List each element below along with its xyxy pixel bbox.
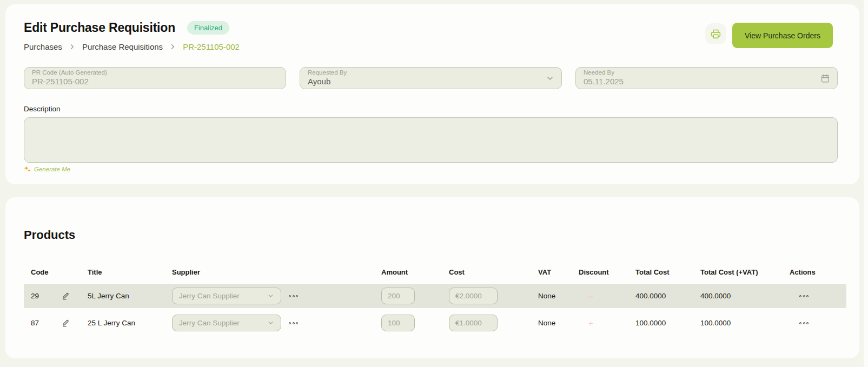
amount-input[interactable]: 100: [381, 315, 415, 331]
product-supplier-cell: Jerry Can Supplier: [172, 315, 381, 331]
description-input[interactable]: [24, 117, 838, 163]
product-actions-cell: [790, 322, 846, 324]
product-code-cell: 87: [24, 319, 88, 327]
title-row: Edit Purchase Requisition Finalized: [24, 21, 229, 35]
sparkle-icon: [24, 165, 31, 172]
product-vat: None: [538, 319, 579, 327]
product-code-cell: 29: [24, 292, 88, 300]
product-vat: None: [538, 292, 579, 300]
pr-code-field: PR Code (Auto Generated) PR-251105-002: [24, 67, 286, 89]
breadcrumb-current: PR-251105-002: [183, 42, 240, 51]
column-header-cost: Cost: [449, 268, 538, 276]
table-header-row: Code Title Supplier Amount Cost VAT Disc…: [24, 263, 846, 281]
products-table: Code Title Supplier Amount Cost VAT Disc…: [24, 263, 846, 338]
chevron-right-icon: [69, 44, 75, 50]
needed-by-value: 05.11.2025: [584, 77, 830, 87]
row-actions-button[interactable]: [799, 295, 846, 297]
requested-by-select[interactable]: Requested By Ayoub: [300, 67, 562, 89]
column-header-actions: Actions: [790, 268, 846, 276]
chevron-down-icon: [267, 319, 274, 326]
supplier-menu-button[interactable]: [289, 295, 298, 297]
supplier-select[interactable]: Jerry Can Supplier: [172, 315, 281, 331]
product-total-cost-vat: 400.0000: [700, 292, 790, 300]
column-header-title: Title: [88, 268, 172, 276]
product-supplier-cell: Jerry Can Supplier: [172, 288, 381, 304]
cost-value: €1.0000: [455, 319, 482, 327]
products-card: Products Code Title Supplier Amount Cost…: [5, 197, 859, 358]
cost-input[interactable]: €2.0000: [449, 288, 498, 304]
product-actions-cell: [790, 295, 846, 297]
calendar-icon: [820, 74, 830, 83]
amount-value: 100: [388, 319, 400, 327]
product-cost-cell: €1.0000: [449, 315, 538, 331]
column-header-total-cost: Total Cost: [635, 268, 700, 276]
row-actions-button[interactable]: [799, 322, 846, 324]
view-purchase-orders-button[interactable]: View Purchase Orders: [732, 23, 833, 48]
products-title: Products: [24, 228, 75, 242]
edit-row-button[interactable]: [62, 292, 70, 300]
product-discount-cell: +: [579, 318, 635, 328]
requisition-card: Edit Purchase Requisition Finalized Purc…: [5, 4, 859, 184]
supplier-select-value: Jerry Can Supplier: [179, 319, 240, 327]
cost-value: €2.0000: [455, 292, 482, 300]
column-header-code: Code: [24, 268, 88, 276]
cost-input[interactable]: €1.0000: [449, 315, 498, 331]
product-code: 29: [31, 292, 39, 300]
add-discount-button[interactable]: +: [588, 291, 593, 301]
edit-row-button[interactable]: [62, 319, 70, 327]
breadcrumb-purchases[interactable]: Purchases: [24, 42, 62, 51]
requested-by-value: Ayoub: [308, 77, 554, 87]
requisition-fields: PR Code (Auto Generated) PR-251105-002 R…: [24, 67, 838, 89]
supplier-menu-button[interactable]: [289, 322, 298, 324]
column-header-discount: Discount: [579, 268, 635, 276]
generate-me-link[interactable]: Generate Me: [24, 165, 70, 172]
page: Edit Purchase Requisition Finalized Purc…: [0, 0, 868, 367]
scrollbar-track[interactable]: [864, 0, 868, 367]
product-title: 5L Jerry Can: [88, 292, 172, 300]
breadcrumb-purchase-requisitions[interactable]: Purchase Requisitions: [82, 42, 163, 51]
product-amount-cell: 200: [381, 288, 449, 304]
chevron-down-icon: [267, 292, 274, 299]
product-title: 25 L Jerry Can: [88, 319, 172, 327]
page-title: Edit Purchase Requisition: [24, 21, 175, 35]
column-header-vat: VAT: [538, 268, 579, 276]
chevron-right-icon: [170, 44, 176, 50]
product-total-cost: 100.0000: [635, 319, 700, 327]
product-discount-cell: +: [579, 291, 635, 301]
pencil-icon: [62, 319, 70, 327]
pencil-icon: [62, 292, 70, 300]
column-header-supplier: Supplier: [172, 268, 381, 276]
pr-code-value: PR-251105-002: [32, 77, 278, 87]
product-total-cost: 400.0000: [635, 292, 700, 300]
print-button[interactable]: [705, 23, 726, 44]
table-row: 29 5L Jerry Can Jerry Can Supplier: [24, 284, 846, 308]
table-row: 87 25 L Jerry Can Jerry Can Supplier: [24, 311, 846, 335]
breadcrumb: Purchases Purchase Requisitions PR-25110…: [24, 42, 240, 51]
chevron-down-icon: [546, 74, 554, 83]
product-amount-cell: 100: [381, 315, 449, 331]
product-total-cost-vat: 100.0000: [700, 319, 790, 327]
description-label: Description: [24, 105, 61, 113]
product-cost-cell: €2.0000: [449, 288, 538, 304]
needed-by-label: Needed By: [584, 69, 830, 77]
add-discount-button[interactable]: +: [588, 318, 593, 328]
needed-by-field[interactable]: Needed By 05.11.2025: [575, 67, 838, 89]
column-header-total-cost-vat: Total Cost (+VAT): [700, 268, 790, 276]
amount-input[interactable]: 200: [381, 288, 415, 304]
printer-icon: [710, 28, 721, 39]
requested-by-label: Requested By: [308, 69, 554, 77]
amount-value: 200: [388, 292, 400, 300]
column-header-amount: Amount: [381, 268, 449, 276]
supplier-select-value: Jerry Can Supplier: [179, 292, 240, 300]
status-badge: Finalized: [187, 21, 229, 35]
supplier-select[interactable]: Jerry Can Supplier: [172, 288, 281, 304]
pr-code-label: PR Code (Auto Generated): [32, 69, 278, 77]
product-code: 87: [31, 319, 39, 327]
generate-me-label: Generate Me: [34, 166, 70, 172]
